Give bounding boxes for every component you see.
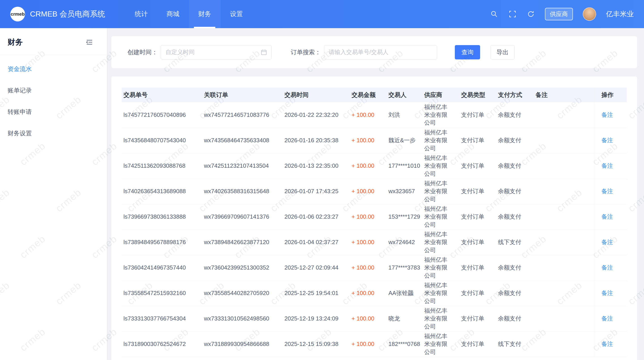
cell-trader: 182****0768 bbox=[386, 331, 422, 357]
transactions-card: 交易单号 关联订单 交易时间 交易金额 交易人 供应商 交易类型 支付方式 备注… bbox=[111, 76, 637, 360]
cell-amount: + 100.00 bbox=[350, 128, 386, 153]
cell-amount: + 100.00 bbox=[350, 204, 386, 230]
remark-link[interactable]: 备注 bbox=[602, 111, 613, 118]
cell-type: 支付订单 bbox=[459, 255, 496, 281]
cell-amount: + 100.00 bbox=[350, 306, 386, 331]
cell-remark bbox=[534, 230, 594, 255]
cell-order-no: ls731890030762524672 bbox=[122, 331, 202, 357]
table-row: ls731890030762524672 wx73188993095486668… bbox=[122, 331, 627, 357]
cell-remark bbox=[534, 281, 594, 306]
col-actions: 操作 bbox=[594, 88, 627, 102]
sidebar-menu-item[interactable]: 账单记录 bbox=[0, 80, 107, 101]
main-nav: 统计 商城 财务 设置 bbox=[125, 0, 252, 28]
cell-related-order: wx739669709607141376 bbox=[202, 204, 283, 230]
cell-pay-method: 余额支付 bbox=[496, 102, 534, 128]
cell-order-no: ls745772176057040896 bbox=[122, 102, 202, 128]
cell-remark bbox=[534, 331, 594, 357]
cell-pay-method: 余额支付 bbox=[496, 255, 534, 281]
cell-amount: + 100.00 bbox=[350, 331, 386, 357]
cell-amount: + 100.00 bbox=[350, 281, 386, 306]
cell-order-no: ls736042414967357440 bbox=[122, 255, 202, 281]
table-row: ls745772176057040896 wx74577214657108377… bbox=[122, 102, 627, 128]
cell-trader: 177****1010 bbox=[386, 153, 422, 179]
cell-trader: 153****1729 bbox=[386, 204, 422, 230]
cell-supplier: 福州亿丰米业有限公司 bbox=[422, 255, 459, 281]
query-button[interactable]: 查询 bbox=[455, 45, 480, 59]
col-trader: 交易人 bbox=[386, 88, 422, 102]
date-range-input[interactable]: 自定义时间 bbox=[161, 45, 272, 59]
sidebar-header: 财务 bbox=[0, 28, 107, 55]
cell-time: 2025-12-25 19:54:01 bbox=[283, 281, 350, 306]
cell-trader: AA张铨龘 bbox=[386, 281, 422, 306]
cell-actions: 备注 bbox=[594, 153, 627, 179]
sidebar-title: 财务 bbox=[8, 37, 23, 47]
remark-link[interactable]: 备注 bbox=[602, 290, 613, 296]
sidebar-menu-item[interactable]: 资金流水 bbox=[0, 58, 107, 80]
nav-tab[interactable]: 统计 bbox=[125, 0, 157, 28]
table-header-row: 交易单号 关联订单 交易时间 交易金额 交易人 供应商 交易类型 支付方式 备注… bbox=[122, 88, 627, 102]
col-amount: 交易金额 bbox=[350, 88, 386, 102]
cell-type: 支付订单 bbox=[459, 306, 496, 331]
cell-actions: 备注 bbox=[594, 179, 627, 204]
cell-type: 支付订单 bbox=[459, 230, 496, 255]
sidebar-menu: 资金流水 账单记录 转账申请 财务设置 bbox=[0, 55, 107, 144]
cell-time: 2025-12-27 02:09:44 bbox=[283, 255, 350, 281]
top-navbar: crmeb CRMEB 会员电商系统 统计 商城 财务 设置 bbox=[0, 0, 644, 28]
cell-actions: 备注 bbox=[594, 255, 627, 281]
remark-link[interactable]: 备注 bbox=[602, 188, 613, 194]
cell-order-no: ls743568480707543040 bbox=[122, 128, 202, 153]
cell-order-no: ls738948495678898176 bbox=[122, 230, 202, 255]
cell-order-no: ls733313037766754304 bbox=[122, 306, 202, 331]
cell-related-order: wx735585440282705920 bbox=[202, 281, 283, 306]
supplier-badge[interactable]: 供应商 bbox=[545, 8, 573, 20]
cell-pay-method: 线下支付 bbox=[496, 331, 534, 357]
cell-amount: + 100.00 bbox=[350, 102, 386, 128]
remark-link[interactable]: 备注 bbox=[602, 162, 613, 169]
cell-supplier: 福州亿丰米业有限公司 bbox=[422, 230, 459, 255]
nav-tab[interactable]: 财务 bbox=[189, 0, 220, 28]
cell-actions: 备注 bbox=[594, 102, 627, 128]
user-avatar[interactable] bbox=[583, 7, 596, 21]
cell-time: 2025-12-15 15:09:38 bbox=[283, 331, 350, 357]
cell-trader: 刘洪 bbox=[386, 102, 422, 128]
table-row: ls733313037766754304 wx73331301056249856… bbox=[122, 306, 627, 331]
refresh-icon[interactable] bbox=[526, 10, 535, 18]
remark-link[interactable]: 备注 bbox=[602, 264, 613, 271]
cell-type: 支付订单 bbox=[459, 102, 496, 128]
sidebar-menu-item[interactable]: 转账申请 bbox=[0, 101, 107, 123]
cell-remark bbox=[534, 102, 594, 128]
cell-trader: wx323657 bbox=[386, 179, 422, 204]
search-icon[interactable] bbox=[490, 10, 498, 18]
export-button[interactable]: 导出 bbox=[490, 45, 514, 59]
cell-type: 支付订单 bbox=[459, 128, 496, 153]
username[interactable]: 亿丰米业 bbox=[606, 9, 634, 19]
remark-link[interactable]: 备注 bbox=[602, 137, 613, 144]
order-search-input[interactable] bbox=[324, 45, 437, 59]
cell-time: 2026-01-04 02:37:27 bbox=[283, 230, 350, 255]
sidebar-menu-item[interactable]: 财务设置 bbox=[0, 123, 107, 144]
cell-pay-method: 余额支付 bbox=[496, 204, 534, 230]
nav-tab[interactable]: 商城 bbox=[157, 0, 189, 28]
cell-pay-method: 余额支付 bbox=[496, 179, 534, 204]
remark-link[interactable]: 备注 bbox=[602, 239, 613, 245]
cell-trader: wx724642 bbox=[386, 230, 422, 255]
table-row: ls739669738036133888 wx73966970960714137… bbox=[122, 204, 627, 230]
nav-tab[interactable]: 设置 bbox=[220, 0, 252, 28]
cell-actions: 备注 bbox=[594, 204, 627, 230]
sidebar-menu-item-label: 财务设置 bbox=[8, 129, 32, 137]
remark-link[interactable]: 备注 bbox=[602, 315, 613, 322]
cell-supplier: 福州亿丰米业有限公司 bbox=[422, 306, 459, 331]
cell-remark bbox=[534, 306, 594, 331]
cell-related-order: wx733313010562498560 bbox=[202, 306, 283, 331]
cell-pay-method: 余额支付 bbox=[496, 281, 534, 306]
remark-link[interactable]: 备注 bbox=[602, 213, 613, 220]
fullscreen-icon[interactable] bbox=[508, 10, 517, 18]
cell-time: 2025-12-19 13:24:09 bbox=[283, 306, 350, 331]
cell-order-no: ls739669738036133888 bbox=[122, 204, 202, 230]
remark-link[interactable]: 备注 bbox=[602, 341, 613, 347]
collapse-menu-icon[interactable] bbox=[86, 38, 94, 46]
col-related-order: 关联订单 bbox=[202, 88, 283, 102]
sidebar: 财务 资金流水 账单记录 转账申请 财务设置 bbox=[0, 28, 107, 360]
cell-trader: 177****3783 bbox=[386, 255, 422, 281]
cell-type: 支付订单 bbox=[459, 204, 496, 230]
